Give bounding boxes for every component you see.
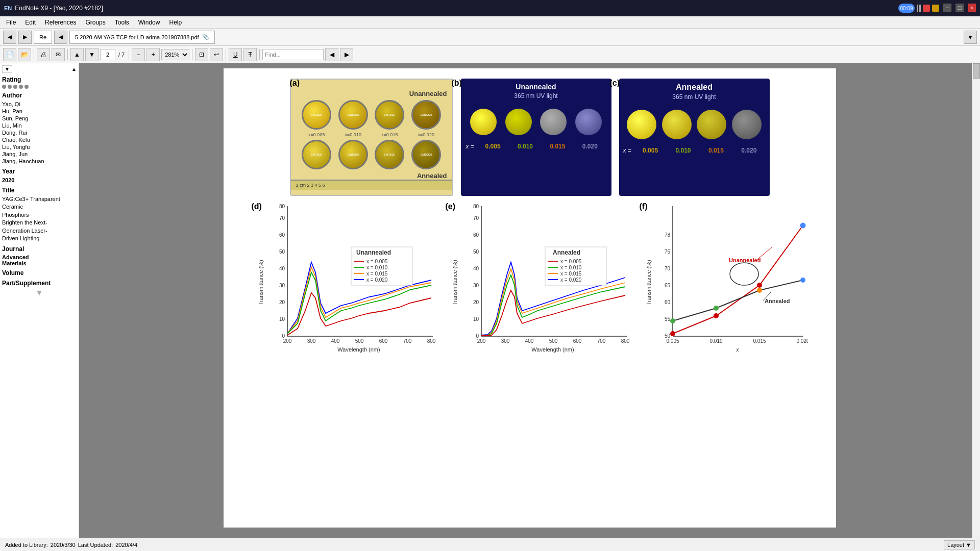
title-label: Title xyxy=(2,187,77,194)
toolbar: 📄 📂 🖨 ✉ ▲ ▼ / 7 − + 281% 100% 150% 200% … xyxy=(0,46,980,63)
menu-tools[interactable]: Tools xyxy=(111,18,133,27)
volume-label: Volume xyxy=(2,269,77,277)
minimize-button[interactable]: − xyxy=(943,4,951,12)
svg-point-87 xyxy=(730,263,758,285)
pdf-area[interactable]: (a) Unannealed CNITECH CNITECH CNITECH C… xyxy=(79,63,980,538)
svg-text:x: x xyxy=(736,346,739,353)
layout-button[interactable]: Layout ▼ xyxy=(944,540,975,549)
menu-window[interactable]: Window xyxy=(134,18,164,27)
title-bar: EN EndNote X9 - [Yao, 2020 #2182] 00:09 … xyxy=(0,0,980,16)
disk-a-4: CNITECH xyxy=(411,100,441,130)
figure-panel-b: (b) Unannealed 365 nm UV light x = 0.0 xyxy=(461,79,611,196)
rating-label: Rating xyxy=(2,76,77,83)
svg-text:Wavelength (nm): Wavelength (nm) xyxy=(531,346,574,353)
collapse-arrow[interactable]: ▼ xyxy=(2,288,77,297)
author-item-1[interactable]: Hu, Pan xyxy=(2,108,77,115)
right-scrollbar[interactable] xyxy=(972,63,980,538)
forward-button[interactable]: ▶ xyxy=(18,31,32,44)
svg-point-79 xyxy=(670,318,675,323)
svg-text:55: 55 xyxy=(664,316,670,322)
open-button[interactable]: 📂 xyxy=(18,48,31,61)
disk-c-1 xyxy=(627,110,656,139)
rotate-button[interactable]: ↩ xyxy=(210,48,223,61)
email-button[interactable]: ✉ xyxy=(52,48,65,61)
svg-text:Annealed: Annealed xyxy=(765,298,790,304)
svg-text:0.020: 0.020 xyxy=(796,338,808,344)
disk-c-3 xyxy=(697,110,726,139)
svg-text:700: 700 xyxy=(403,338,411,344)
panel-b-uv: 365 nm UV light xyxy=(461,92,611,99)
svg-text:200: 200 xyxy=(283,338,291,344)
menu-file[interactable]: File xyxy=(2,18,20,27)
author-item-5[interactable]: Chao, Kefu xyxy=(2,136,77,143)
stop-btn[interactable] xyxy=(923,5,930,12)
svg-text:Transmittance (%): Transmittance (%) xyxy=(452,260,458,305)
x-label-b: x = 0.005 0.010 0.015 0.020 xyxy=(461,143,611,150)
ruler: 1 cm 2 3 4 5 6 xyxy=(291,180,452,190)
panel-collapse-button[interactable]: ▲ xyxy=(71,66,77,72)
svg-text:75: 75 xyxy=(664,249,670,255)
menu-references[interactable]: References xyxy=(41,18,80,27)
library-tab-text: Re xyxy=(39,34,46,40)
scroll-thumb[interactable] xyxy=(973,63,980,79)
find-next-button[interactable]: ▶ xyxy=(340,48,353,61)
collapse-panel-button[interactable]: ◀ xyxy=(54,31,67,44)
x-values-a-top: x=0.005x=0.010x=0.015x=0.020 xyxy=(291,132,452,137)
zoom-in-button[interactable]: + xyxy=(146,48,160,61)
find-prev-button[interactable]: ◀ xyxy=(325,48,338,61)
author-item-0[interactable]: Yao, Qi xyxy=(2,101,77,108)
year-label: Year xyxy=(2,168,77,175)
panel-options-button[interactable]: ▼ xyxy=(2,65,12,73)
year-value[interactable]: 2020 xyxy=(2,177,77,184)
svg-point-77 xyxy=(757,283,762,288)
pdf-tab[interactable]: 5 2020 AM YAG TCP for LD adma.201907888.… xyxy=(69,31,215,44)
page-number-input[interactable] xyxy=(100,49,115,60)
svg-text:30: 30 xyxy=(279,283,285,288)
svg-text:Annealed: Annealed xyxy=(553,249,580,256)
rating-dots[interactable] xyxy=(2,85,77,89)
back-button[interactable]: ◀ xyxy=(3,31,16,44)
svg-text:800: 800 xyxy=(427,338,435,344)
maximize-button[interactable]: □ xyxy=(955,4,964,12)
svg-text:x = 0.010: x = 0.010 xyxy=(560,265,582,270)
edit-btn[interactable] xyxy=(932,5,939,12)
menu-groups[interactable]: Groups xyxy=(81,18,109,27)
author-item-4[interactable]: Dong, Rui xyxy=(2,129,77,136)
svg-text:x = 0.015: x = 0.015 xyxy=(560,271,582,277)
author-item-3[interactable]: Liu, Min xyxy=(2,122,77,129)
page-down-button[interactable]: ▼ xyxy=(85,48,99,61)
svg-text:20: 20 xyxy=(473,299,479,305)
author-item-2[interactable]: Sun, Peng xyxy=(2,115,77,122)
highlight-button[interactable]: U xyxy=(229,48,242,61)
page-separator: / 7 xyxy=(117,52,126,58)
zoom-select[interactable]: 281% 100% 150% 200% xyxy=(161,49,189,60)
new-doc-button[interactable]: 📄 xyxy=(3,48,16,61)
status-bar: Added to Library: 2020/3/30 Last Updated… xyxy=(0,538,980,551)
disk-row-b xyxy=(461,101,611,143)
svg-text:78: 78 xyxy=(664,232,670,238)
find-input[interactable] xyxy=(262,49,324,60)
print-button[interactable]: 🖨 xyxy=(37,48,50,61)
svg-text:80: 80 xyxy=(279,204,285,209)
disk-a-5: CNITECH xyxy=(302,140,331,169)
svg-text:60: 60 xyxy=(664,299,670,305)
zoom-out-button[interactable]: − xyxy=(132,48,145,61)
page-up-button[interactable]: ▲ xyxy=(70,48,84,61)
panel-toggle-button[interactable]: ▼ xyxy=(964,31,977,44)
disk-a-8: CNITECH xyxy=(411,140,441,169)
svg-text:600: 600 xyxy=(379,338,387,344)
close-button[interactable]: × xyxy=(968,4,976,12)
menu-help[interactable]: Help xyxy=(165,18,186,27)
figure-panel-c: (c) Annealed 365 nm UV light x = 0.005 xyxy=(619,79,770,196)
menu-edit[interactable]: Edit xyxy=(21,18,40,27)
library-tab[interactable]: Re xyxy=(34,31,52,44)
svg-text:x = 0.005: x = 0.005 xyxy=(366,259,388,264)
strikethrough-button[interactable]: T xyxy=(243,48,257,61)
author-item-6[interactable]: Liu, Yongfu xyxy=(2,143,77,151)
panel-c-label: (c) xyxy=(610,79,620,88)
part-supplement-label: Part/Supplement xyxy=(2,280,77,287)
fit-page-button[interactable]: ⊡ xyxy=(195,48,208,61)
author-item-7[interactable]: Jiang, Jun xyxy=(2,151,77,158)
svg-text:800: 800 xyxy=(621,338,629,344)
author-item-8[interactable]: Jiang, Haochuan xyxy=(2,158,77,165)
